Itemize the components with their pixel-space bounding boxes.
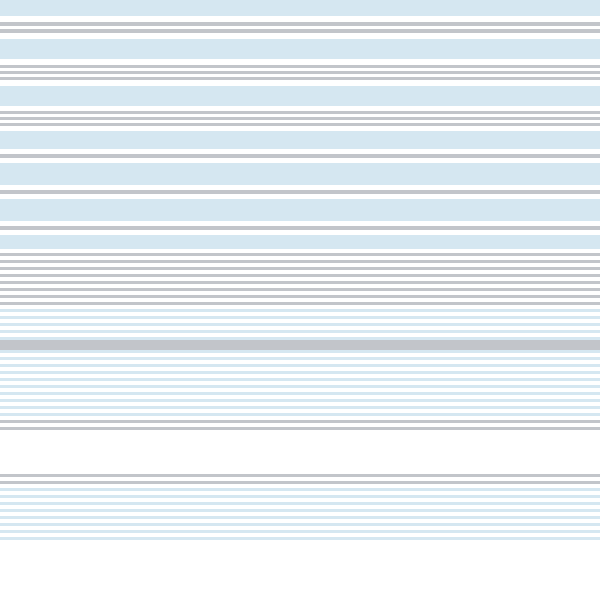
stripe (0, 39, 600, 59)
stripe (0, 540, 600, 544)
stripe (0, 340, 600, 350)
stripe (0, 0, 600, 16)
stripe (0, 86, 600, 106)
stripe (0, 131, 600, 149)
striped-pattern (0, 0, 600, 600)
stripe (0, 430, 600, 474)
stripe (0, 199, 600, 221)
stripe (0, 235, 600, 249)
stripe (0, 163, 600, 185)
